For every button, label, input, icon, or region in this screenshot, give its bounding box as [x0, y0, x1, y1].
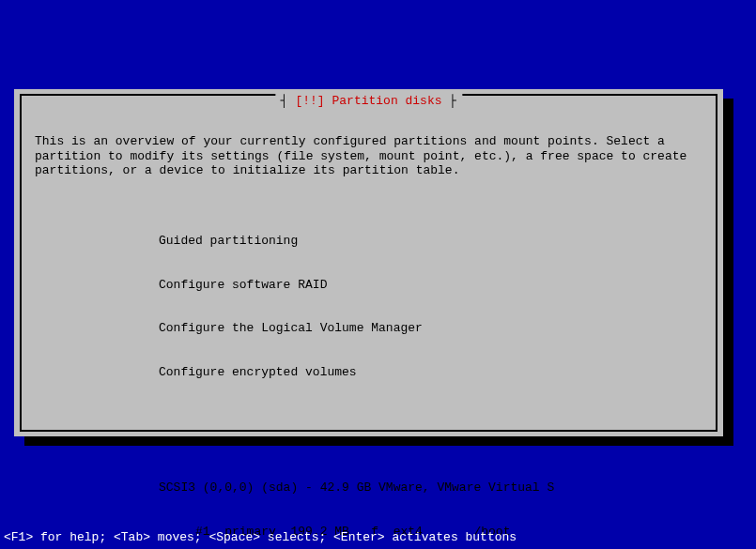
- dialog-title: ┤ [!!] Partition disks ├: [275, 94, 462, 108]
- dialog-border: ┤ [!!] Partition disks ├ This is an over…: [20, 94, 717, 432]
- menu-configure-lvm[interactable]: Configure the Logical Volume Manager: [35, 321, 702, 336]
- title-bracket-right: ├: [442, 94, 457, 108]
- title-bracket-left: ┤: [281, 94, 296, 108]
- menu-configure-raid[interactable]: Configure software RAID: [35, 278, 702, 293]
- menu-configure-encrypted[interactable]: Configure encrypted volumes: [35, 365, 702, 380]
- dialog-content: This is an overview of your currently co…: [22, 96, 716, 549]
- disk-header[interactable]: SCSI3 (0,0,0) (sda) - 42.9 GB VMware, VM…: [35, 480, 702, 496]
- help-bar: <F1> for help; <Tab> moves; <Space> sele…: [0, 528, 756, 546]
- partition-dialog: ┤ [!!] Partition disks ├ This is an over…: [14, 89, 723, 436]
- menu-guided-partitioning[interactable]: Guided partitioning: [35, 234, 702, 249]
- title-bang: [!!]: [295, 94, 324, 108]
- description-text: This is an overview of your currently co…: [35, 134, 702, 178]
- title-text: Partition disks: [332, 94, 442, 108]
